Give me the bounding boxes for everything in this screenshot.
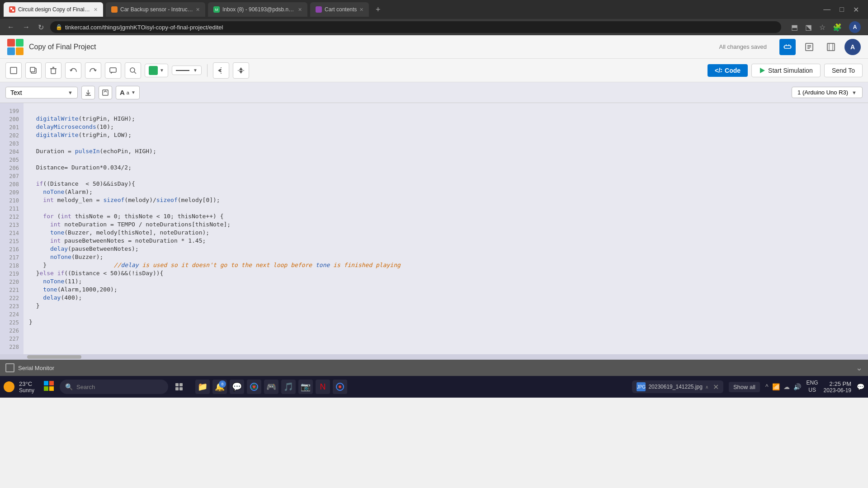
undo-button[interactable] (65, 62, 81, 79)
line-number: 200 (0, 115, 24, 123)
upload-button[interactable] (99, 86, 112, 99)
mirror-v-button[interactable] (233, 62, 249, 79)
back-button[interactable]: ← (5, 22, 16, 32)
start-simulation-button[interactable]: Start Simulation (751, 64, 821, 77)
code-editor[interactable]: 1992002012022032042052062072082092102112… (0, 103, 868, 354)
tab-cart[interactable]: Cart contents ✕ (310, 2, 369, 17)
tab-inbox-close[interactable]: ✕ (298, 7, 302, 13)
tab-circuit[interactable]: Circuit design Copy of Final Pr... ✕ (4, 2, 103, 17)
line-number: 218 (0, 261, 24, 269)
taskbar-whatsapp-button[interactable]: 💬 (230, 380, 244, 394)
minimize-button[interactable]: — (821, 5, 832, 14)
tab-backup[interactable]: Car Backup sensor - Instructabl... ✕ (106, 2, 205, 17)
file-close-button[interactable]: ✕ (713, 383, 719, 391)
serial-monitor-icon (5, 363, 14, 372)
taskbar-chrome2-button[interactable] (333, 380, 347, 394)
line-style-button[interactable]: ▼ (172, 66, 202, 75)
taskbar-files-button[interactable]: 📁 (195, 380, 210, 394)
serial-monitor-bar[interactable]: Serial Monitor ⌄ (0, 360, 868, 376)
pcb-view-button[interactable] (823, 39, 839, 55)
device-dropdown-arrow: ▼ (852, 90, 857, 95)
device-selector[interactable]: 1 (Arduino Uno R3) ▼ (792, 87, 863, 98)
network-icon[interactable]: 📶 (772, 383, 780, 390)
svg-marker-28 (218, 69, 221, 72)
circuit-view-button[interactable] (779, 39, 796, 55)
code-type-dropdown[interactable]: Text ▼ (5, 87, 78, 99)
send-to-button[interactable]: Send To (824, 64, 863, 77)
redo-icon (89, 66, 97, 75)
taskbar-chrome-button[interactable] (247, 380, 261, 394)
taskbar: 23°C Sunny 🔍 Search 📁 🔔 8 (0, 376, 868, 398)
address-bar[interactable]: 🔒 tinkercad.com/things/jgmhKTOisyl-copy-… (50, 21, 781, 33)
circuit-icon (783, 42, 792, 52)
notification-center-button[interactable]: 💬 (857, 383, 864, 390)
discord-icon: 🎮 (266, 382, 276, 392)
line-number: 227 (0, 334, 24, 343)
schematic-view-button[interactable] (801, 39, 817, 55)
svg-rect-15 (827, 43, 835, 51)
color-picker-button[interactable]: ▼ (145, 64, 168, 77)
file-type-icon: JPG (637, 382, 646, 391)
cloud-icon[interactable]: ☁ (783, 383, 790, 390)
comment-button[interactable] (105, 62, 121, 79)
code-button[interactable]: </> Code (708, 64, 748, 77)
taskbar-search[interactable]: 🔍 Search (60, 380, 168, 394)
taskbar-discord-button[interactable]: 🎮 (264, 380, 278, 394)
copy-button[interactable] (25, 62, 42, 79)
tab-cart-close[interactable]: ✕ (359, 7, 363, 13)
new-tab-button[interactable]: + (372, 3, 384, 16)
code-content[interactable]: digitalWrite(trigPin, HIGH); delayMicros… (24, 103, 868, 354)
line-number: 206 (0, 164, 24, 172)
taskbar-netflix-button[interactable]: N (316, 380, 330, 394)
forward-button[interactable]: → (21, 22, 32, 32)
font-size-button[interactable]: A a ▼ (116, 86, 140, 99)
pip-button[interactable]: ⬔ (803, 20, 814, 34)
code-type-label: Text (10, 89, 22, 96)
screen-cast-button[interactable]: ⬒ (789, 20, 800, 34)
bookmark-button[interactable]: ☆ (817, 20, 827, 34)
tab-inbox[interactable]: M Inbox (8) - 906193@pdsb.net -... ✕ (208, 2, 307, 17)
mirror-h-button[interactable] (213, 62, 229, 79)
tab-circuit-close[interactable]: ✕ (94, 7, 98, 13)
maximize-button[interactable]: □ (838, 5, 846, 14)
reload-button[interactable]: ↻ (36, 22, 46, 33)
line-number: 213 (0, 221, 24, 229)
tab-backup-close[interactable]: ✕ (196, 7, 200, 13)
scrollbar-thumb[interactable] (27, 355, 81, 359)
redo-button[interactable] (85, 62, 101, 79)
serial-collapse-button[interactable]: ⌄ (856, 363, 863, 373)
delete-button[interactable] (45, 62, 61, 79)
horizontal-scrollbar[interactable] (0, 354, 868, 360)
taskbar-file-item[interactable]: JPG 20230619_141225.jpg ∧ ✕ (632, 380, 723, 393)
browser-chrome: Circuit design Copy of Final Pr... ✕ Car… (0, 0, 868, 19)
weather-condition: Sunny (19, 387, 34, 394)
schematic-icon (805, 42, 814, 52)
extension-button[interactable]: 🧩 (831, 20, 844, 34)
line-number: 226 (0, 326, 24, 334)
system-clock[interactable]: 2:25 PM 2023-06-19 (824, 380, 851, 394)
new-button[interactable] (5, 62, 22, 79)
line-number: 205 (0, 155, 24, 164)
taskbar-notification-button[interactable]: 🔔 8 (212, 380, 227, 394)
inspect-button[interactable] (125, 62, 141, 79)
close-button[interactable]: ✕ (851, 5, 861, 15)
taskbar-instagram-button[interactable]: 📷 (298, 380, 313, 394)
start-button[interactable] (43, 380, 54, 393)
tab-cart-title: Cart contents (325, 6, 357, 13)
clock-time: 2:25 PM (824, 380, 851, 387)
chevron-up-icon[interactable]: ^ (765, 383, 769, 390)
user-avatar[interactable]: A (844, 39, 861, 55)
taskbar-spotify-button[interactable]: 🎵 (281, 380, 296, 394)
download-button[interactable] (81, 86, 95, 99)
profile-button[interactable]: A (847, 20, 863, 34)
show-all-button[interactable]: Show all (729, 382, 760, 392)
whatsapp-icon: 💬 (232, 382, 242, 392)
language-indicator[interactable]: ENGUS (807, 380, 818, 394)
clock-date: 2023-06-19 (824, 387, 851, 394)
svg-point-25 (130, 68, 135, 72)
volume-icon[interactable]: 🔊 (793, 383, 801, 390)
code-line: delay(pauseBetweenNotes); (29, 245, 863, 253)
task-view-button[interactable] (172, 380, 186, 394)
svg-rect-21 (51, 69, 56, 74)
code-line: delayMicroseconds(10); (29, 123, 863, 131)
